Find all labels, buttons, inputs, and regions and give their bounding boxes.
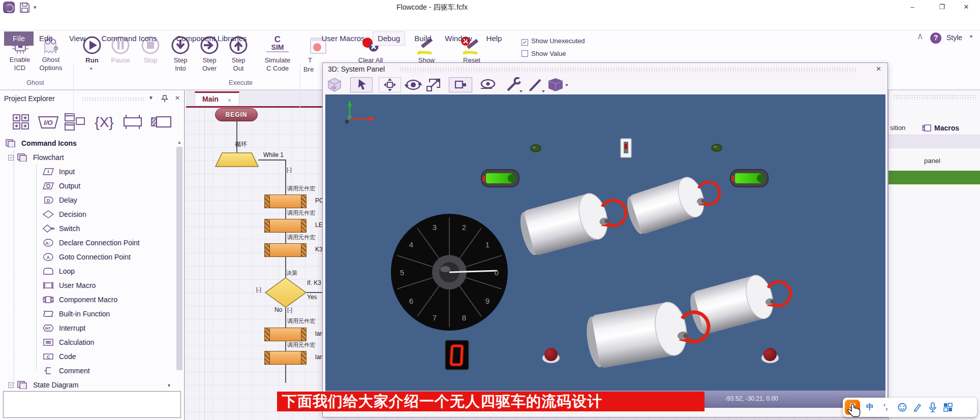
menu-debug[interactable]: Debug (373, 31, 405, 46)
tree-item-switch[interactable]: Switch (43, 221, 80, 236)
menu-file[interactable]: File (4, 31, 34, 46)
ime-skin-pen-icon[interactable] (913, 403, 922, 412)
panel-drag-texture[interactable] (893, 94, 976, 100)
tree-item-dropdown-icon[interactable]: ▾ (168, 382, 170, 388)
tree-item-input[interactable]: Input (43, 165, 75, 179)
tree-expander-icon[interactable]: − (8, 155, 14, 160)
collapse-marker[interactable]: [-] (287, 307, 292, 313)
scale-tool-icon[interactable] (425, 77, 443, 92)
checkbox-checked-icon[interactable]: ✓ (522, 39, 528, 46)
tree-item-calculation[interactable]: Calculation (43, 335, 94, 349)
save-icon[interactable] (19, 2, 30, 13)
collapse-marker[interactable]: [-] (256, 286, 261, 293)
panel-drag-texture[interactable] (81, 97, 145, 101)
windows-icon[interactable] (64, 113, 86, 131)
ghost-options-button[interactable]: Ghost Options (33, 56, 69, 72)
tab-close-icon[interactable]: × (228, 94, 231, 107)
tree-item-state-diagram[interactable]: −State Diagram▾ (8, 378, 78, 392)
flowchart-macro-node[interactable] (264, 195, 307, 208)
menu-edit[interactable]: Edit (34, 33, 58, 45)
clear-all-label-clipped[interactable]: Clear All (355, 56, 386, 62)
minimize-button[interactable]: – (905, 3, 920, 13)
selected-green-row[interactable] (889, 171, 980, 184)
ime-emoji-icon[interactable] (898, 403, 907, 412)
move-tool-button[interactable] (379, 77, 401, 92)
tree-item-built-in-function[interactable]: Built-in Function (43, 307, 110, 321)
flowchart-begin-node[interactable]: BEGIN (215, 108, 258, 121)
help-circle-icon[interactable]: ? (930, 33, 941, 44)
ime-layout-icon[interactable] (943, 403, 953, 412)
scroll-up-icon[interactable]: ▲ (176, 140, 183, 145)
show-unexecuted-checkbox[interactable]: ✓Show Unexecuted (522, 37, 585, 46)
panel-close-icon[interactable]: ✕ (175, 94, 180, 102)
paint-tool-icon[interactable] (526, 77, 546, 92)
3d-viewport[interactable]: 0 1 2 3 4 5 6 7 8 9 (325, 94, 885, 391)
menu-view[interactable]: View (64, 33, 90, 45)
show-code-label-clipped[interactable]: Show Code (410, 56, 443, 62)
rotate-tool-icon[interactable] (404, 77, 422, 92)
grid-add-icon[interactable] (12, 114, 30, 130)
tab-main[interactable]: Main × (195, 91, 239, 105)
ime-mic-icon[interactable] (928, 402, 937, 412)
tree-item-command-icons[interactable]: Command Icons (5, 136, 77, 150)
toggle-breakpoint-label-frag2[interactable]: Bre (301, 66, 316, 74)
tree-item-code[interactable]: CCode (43, 349, 76, 364)
menu-help[interactable]: Help (484, 33, 504, 45)
ime-toolbar[interactable]: S 中 ’, (843, 398, 977, 417)
simulate-c-code-icon[interactable]: C SIM (266, 35, 289, 52)
explorer-scrollbar[interactable]: ▲ ▼ (176, 139, 183, 420)
variables-icon[interactable]: {X} (93, 114, 116, 131)
tree-item-comment[interactable]: Comment (43, 364, 90, 378)
enable-icd-button[interactable]: Enable ICD (3, 56, 37, 72)
menu-user-macros[interactable]: User Macros (318, 33, 368, 45)
select-tool-button[interactable] (350, 77, 373, 92)
tree-item-component-macro[interactable]: Component Macro (43, 293, 117, 307)
pin-icon[interactable] (161, 94, 169, 103)
close-button[interactable]: ✕ (959, 3, 974, 13)
material-cube-icon[interactable] (547, 77, 570, 92)
visibility-eye-icon[interactable] (478, 77, 498, 92)
app-icon[interactable] (3, 2, 15, 13)
panel-dropdown-arrow-icon[interactable]: ▼ (148, 95, 154, 101)
ime-mode-icon[interactable]: 中 (866, 402, 874, 412)
step-into-button[interactable]: Step Into (168, 56, 193, 73)
properties-row[interactable]: sition Macros (889, 121, 980, 135)
wrench-tool-icon[interactable] (504, 77, 524, 92)
reset-code-label-clipped[interactable]: Reset Code (454, 56, 489, 62)
flowchart-macro-node[interactable] (264, 351, 307, 365)
ime-punctuation-icon[interactable]: ’, (883, 402, 887, 411)
panel-row[interactable] (889, 135, 980, 148)
toggle-breakpoint-label-frag1[interactable]: T (305, 56, 315, 64)
tree-item-loop[interactable]: Loop (43, 264, 75, 278)
tree-item-interrupt[interactable]: INTInterrupt (43, 321, 85, 335)
run-button[interactable]: Run (80, 56, 104, 64)
run-dropdown-arrow-icon[interactable]: ▾ (90, 66, 93, 71)
simulate-c-code-button[interactable]: Simulate C Code (260, 56, 295, 73)
collapse-ribbon-icon[interactable]: ᐱ (918, 34, 922, 41)
tree-item-delay[interactable]: DDelay (43, 193, 77, 207)
panel-drag-texture[interactable] (399, 67, 856, 72)
3d-panel-title-bar[interactable]: 3D: System Panel ✕ (323, 63, 887, 76)
tree-item-goto-connection-point[interactable]: AGoto Connection Point (43, 250, 131, 264)
flowchart-macro-node[interactable] (264, 328, 307, 341)
tree-item-flowchart[interactable]: −Flowchart (8, 150, 64, 165)
macro-panel-icon[interactable] (121, 114, 144, 130)
tree-item-declare-connection-point[interactable]: A:Declare Connection Point (43, 236, 140, 250)
tree-expander-icon[interactable]: − (8, 382, 14, 388)
scrollbar-thumb[interactable] (176, 147, 182, 370)
menu-build[interactable]: Build (412, 33, 434, 45)
flowchart-macro-node[interactable] (264, 219, 307, 233)
show-value-checkbox[interactable]: Show Value (522, 50, 566, 57)
panel-row[interactable]: panel (889, 154, 980, 168)
component-panel-icon[interactable] (149, 114, 173, 130)
style-dropdown[interactable]: Style (946, 34, 962, 42)
tree-item-user-macro[interactable]: User Macro (43, 278, 96, 293)
step-out-button[interactable]: Step Out (226, 56, 251, 73)
menu-window[interactable]: Window (442, 33, 475, 45)
camera-view-button[interactable] (449, 77, 472, 92)
flowchart-macro-node[interactable] (264, 243, 307, 257)
tree-item-decision[interactable]: Decision (43, 207, 86, 221)
tree-item-output[interactable]: Output (43, 179, 80, 193)
style-dropdown-arrow-icon[interactable]: ▾ (970, 34, 972, 39)
restore-button[interactable]: ❐ (934, 3, 950, 13)
